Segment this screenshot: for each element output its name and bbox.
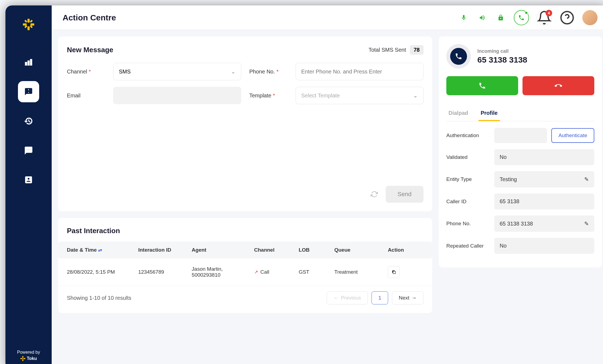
caller-id-value: 65 3138 <box>494 193 594 209</box>
svg-rect-4 <box>24 20 27 23</box>
th-datetime[interactable]: Date & Time ▴▾ <box>67 247 138 253</box>
caller-number: 65 3138 3138 <box>477 55 527 64</box>
phone-icon <box>455 53 462 60</box>
nav-history[interactable] <box>18 110 39 132</box>
nav-analytics[interactable] <box>18 52 39 73</box>
phone-no-value: 65 3138 3138 ✎ <box>494 215 594 232</box>
new-message-card: New Message Total SMS Sent 78 Channel * … <box>58 36 432 211</box>
pagination-info: Showing 1-10 of 10 results <box>67 295 131 301</box>
svg-rect-9 <box>28 61 29 65</box>
page-1-button[interactable]: 1 <box>372 291 388 304</box>
avatar[interactable] <box>582 10 598 25</box>
svg-rect-5 <box>30 25 33 28</box>
caller-id-label: Caller ID <box>446 199 490 205</box>
svg-rect-19 <box>393 271 395 274</box>
past-interaction-card: Past Interaction Date & Time ▴▾ Interact… <box>58 218 432 313</box>
speaker-icon[interactable] <box>477 12 488 23</box>
notifications-icon[interactable]: 4 <box>537 10 552 25</box>
arrow-left-icon: ← <box>333 295 339 301</box>
svg-rect-13 <box>22 356 23 358</box>
th-agent[interactable]: Agent <box>192 247 254 253</box>
outbound-call-icon: ↗ <box>254 269 258 275</box>
phone-icon <box>478 82 486 90</box>
lock-icon[interactable] <box>495 12 506 23</box>
tab-profile[interactable]: Profile <box>478 106 500 121</box>
validated-label: Validated <box>446 154 490 160</box>
svg-rect-10 <box>30 59 32 65</box>
th-interaction-id[interactable]: Interaction ID <box>138 247 192 253</box>
authenticate-button[interactable]: Authenticate <box>551 128 594 143</box>
accept-call-button[interactable] <box>446 76 518 95</box>
th-lob[interactable]: LOB <box>299 247 334 253</box>
authentication-value <box>494 128 547 143</box>
incoming-call-label: Incoming call <box>477 48 527 54</box>
edit-icon[interactable]: ✎ <box>584 176 589 183</box>
new-message-title: New Message <box>67 46 113 54</box>
svg-rect-15 <box>20 358 22 359</box>
total-sms-label: Total SMS Sent <box>369 47 406 53</box>
phone-hangup-icon <box>555 82 562 90</box>
phone-no-label: Phone No. <box>446 221 490 227</box>
channel-select[interactable]: SMS ⌄ <box>113 63 241 80</box>
tab-dialpad[interactable]: Dialpad <box>446 106 470 121</box>
th-queue[interactable]: Queue <box>334 247 388 253</box>
validated-value: No <box>494 149 594 165</box>
template-select[interactable]: Select Template ⌄ <box>296 87 424 104</box>
phone-label: Phone No. * <box>249 69 287 75</box>
repeated-caller-value: No <box>494 238 594 254</box>
total-sms-count: 78 <box>410 45 423 55</box>
app-logo <box>20 16 37 33</box>
page-title: Action Centre <box>63 13 458 22</box>
next-button[interactable]: Next → <box>392 291 423 304</box>
th-action[interactable]: Action <box>388 247 423 253</box>
repeated-caller-label: Repeated Caller <box>446 243 490 249</box>
authentication-label: Authentication <box>446 132 490 138</box>
th-channel[interactable]: Channel <box>254 247 299 253</box>
svg-rect-14 <box>22 359 23 361</box>
call-panel: Incoming call 65 3138 3138 Dialpad <box>439 36 602 267</box>
mic-icon[interactable] <box>458 12 469 23</box>
chevron-down-icon: ⌄ <box>413 92 418 99</box>
svg-rect-8 <box>25 62 27 65</box>
svg-point-11 <box>28 90 29 92</box>
edit-icon[interactable]: ✎ <box>584 220 589 227</box>
svg-rect-3 <box>30 23 34 26</box>
sidebar: Powered by Toku <box>5 5 52 364</box>
status-dot <box>525 11 528 14</box>
svg-point-12 <box>22 358 23 359</box>
phone-input[interactable] <box>296 63 424 80</box>
sort-icon: ▴▾ <box>98 248 102 252</box>
email-input[interactable] <box>113 87 241 104</box>
send-button[interactable]: Send <box>386 186 423 203</box>
svg-rect-0 <box>27 19 30 23</box>
powered-by: Powered by Toku <box>17 350 40 361</box>
svg-rect-16 <box>24 358 25 359</box>
reject-call-button[interactable] <box>522 76 594 95</box>
chevron-down-icon: ⌄ <box>231 68 236 75</box>
email-label: Email <box>67 92 105 99</box>
nav-chat[interactable] <box>18 140 39 161</box>
caller-avatar <box>446 44 471 69</box>
prev-button[interactable]: ← Previous <box>327 291 368 304</box>
template-label: Template * <box>249 92 287 99</box>
table-row: 28/08/2022, 5:15 PM 123456789 Jason Mart… <box>58 258 432 286</box>
phone-status-icon[interactable] <box>514 10 529 25</box>
past-interaction-title: Past Interaction <box>67 227 423 235</box>
svg-rect-6 <box>30 20 33 23</box>
help-icon[interactable] <box>559 10 575 25</box>
header: Action Centre 4 <box>52 5 603 30</box>
arrow-right-icon: → <box>412 295 417 301</box>
notification-badge: 4 <box>546 10 552 16</box>
nav-contacts[interactable] <box>18 169 39 190</box>
nav-messages[interactable] <box>18 81 39 102</box>
table-header: Date & Time ▴▾ Interaction ID Agent Chan… <box>58 242 432 258</box>
svg-rect-7 <box>24 25 27 28</box>
row-action-button[interactable] <box>388 266 400 278</box>
svg-rect-2 <box>23 23 27 26</box>
entity-type-label: Entity Type <box>446 176 490 182</box>
refresh-icon[interactable] <box>368 188 380 200</box>
svg-rect-1 <box>27 26 30 30</box>
entity-type-value: Testing ✎ <box>494 171 594 187</box>
channel-label: Channel * <box>67 69 105 75</box>
